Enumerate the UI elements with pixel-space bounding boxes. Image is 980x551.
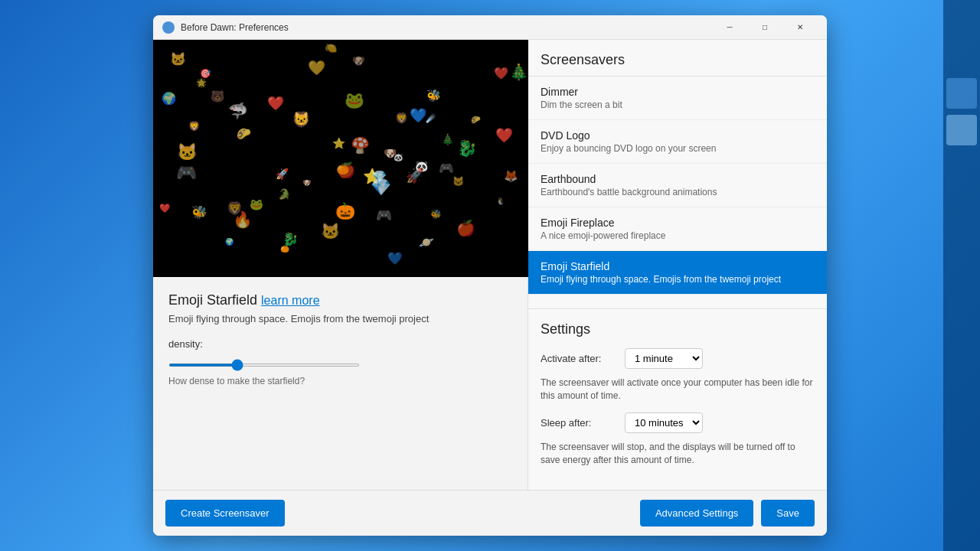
- density-label: density:: [168, 338, 512, 350]
- titlebar: Before Dawn: Preferences ─ □ ✕: [153, 15, 827, 40]
- screensavers-header: Screensavers: [528, 40, 827, 77]
- activate-after-row: Activate after: 1 minute 2 minutes 5 min…: [541, 348, 815, 369]
- screensaver-title-row: Emoji Starfield learn more: [168, 292, 512, 308]
- right-panel: Screensavers Dimmer Dim the screen a bit…: [528, 40, 827, 490]
- ss-desc-dvdlogo: Enjoy a bouncing DVD logo on your screen: [541, 143, 815, 154]
- preferences-window: Before Dawn: Preferences ─ □ ✕ 🔥⭐🎮🐶🐉🐸💛🐼🦁…: [153, 15, 827, 536]
- ss-name-dimmer: Dimmer: [541, 86, 815, 98]
- settings-panel: Settings Activate after: 1 minute 2 minu…: [528, 309, 827, 490]
- density-slider[interactable]: [168, 364, 360, 367]
- screensaver-preview: 🔥⭐🎮🐶🐉🐸💛🐼🦁🐝🌍🐸💙🐝🐶🐱☄️🐱🐊🦊💎❤️🍎🎮❤️❤️🦁🚀🍎🦈🐼🌮🐻🍊🎯🚀…: [153, 40, 528, 277]
- ss-item-emoji-starfield[interactable]: Emoji Starfield Emoji flying through spa…: [528, 251, 827, 295]
- ss-desc-earthbound: Earthbound's battle background animation…: [541, 187, 815, 197]
- sleep-after-select[interactable]: 5 minutes 10 minutes 15 minutes 20 minut…: [625, 412, 703, 433]
- ss-desc-dimmer: Dim the screen a bit: [541, 99, 815, 110]
- advanced-settings-button[interactable]: Advanced Settings: [640, 500, 753, 527]
- ss-name-emoji-fireplace: Emoji Fireplace: [541, 217, 815, 229]
- ss-name-dvdlogo: DVD Logo: [541, 129, 815, 142]
- close-button[interactable]: ✕: [782, 15, 818, 40]
- density-slider-container: [168, 356, 512, 370]
- ss-item-dvdlogo[interactable]: DVD Logo Enjoy a bouncing DVD logo on yo…: [528, 120, 827, 164]
- window-title: Before Dawn: Preferences: [181, 22, 712, 33]
- taskbar-side: [943, 0, 980, 551]
- activate-label: Activate after:: [541, 353, 625, 364]
- minimize-button[interactable]: ─: [712, 15, 747, 40]
- ss-name-earthbound: Earthbound: [541, 173, 815, 185]
- screensaver-info: Emoji Starfield learn more Emoji flying …: [153, 277, 528, 490]
- screensaver-description: Emoji flying through space. Emojis from …: [168, 313, 512, 324]
- taskbar-icon-1: [946, 78, 977, 109]
- sleep-label: Sleep after:: [541, 417, 625, 429]
- activate-hint: The screensaver will activate once your …: [541, 377, 815, 403]
- sleep-hint: The screensaver will stop, and the displ…: [541, 441, 815, 467]
- learn-more-link[interactable]: learn more: [261, 294, 319, 307]
- create-screensaver-button[interactable]: Create Screensaver: [165, 500, 285, 527]
- density-hint: How dense to make the starfield?: [168, 376, 512, 386]
- screensavers-list: Dimmer Dim the screen a bit DVD Logo Enj…: [528, 77, 827, 309]
- taskbar-icon-2: [946, 115, 977, 145]
- starfield-canvas: 🔥⭐🎮🐶🐉🐸💛🐼🦁🐝🌍🐸💙🐝🐶🐱☄️🐱🐊🦊💎❤️🍎🎮❤️❤️🦁🚀🍎🦈🐼🌮🐻🍊🎯🚀…: [153, 40, 528, 277]
- left-panel: 🔥⭐🎮🐶🐉🐸💛🐼🦁🐝🌍🐸💙🐝🐶🐱☄️🐱🐊🦊💎❤️🍎🎮❤️❤️🦁🚀🍎🦈🐼🌮🐻🍊🎯🚀…: [153, 40, 528, 490]
- save-button[interactable]: Save: [761, 500, 815, 527]
- app-icon: [162, 21, 175, 34]
- footer-right: Advanced Settings Save: [640, 500, 815, 527]
- ss-item-emoji-fireplace[interactable]: Emoji Fireplace A nice emoji-powered fir…: [528, 207, 827, 251]
- ss-desc-emoji-starfield: Emoji flying through space. Emojis from …: [541, 274, 815, 285]
- ss-item-dimmer[interactable]: Dimmer Dim the screen a bit: [528, 77, 827, 120]
- main-content: 🔥⭐🎮🐶🐉🐸💛🐼🦁🐝🌍🐸💙🐝🐶🐱☄️🐱🐊🦊💎❤️🍎🎮❤️❤️🦁🚀🍎🦈🐼🌮🐻🍊🎯🚀…: [153, 40, 827, 490]
- sleep-after-row: Sleep after: 5 minutes 10 minutes 15 min…: [541, 412, 815, 433]
- maximize-button[interactable]: □: [747, 15, 782, 40]
- activate-after-select[interactable]: 1 minute 2 minutes 5 minutes 10 minutes …: [625, 348, 703, 369]
- ss-name-emoji-starfield: Emoji Starfield: [541, 260, 815, 272]
- titlebar-buttons: ─ □ ✕: [712, 15, 818, 40]
- settings-header: Settings: [541, 321, 815, 337]
- ss-desc-emoji-fireplace: A nice emoji-powered fireplace: [541, 230, 815, 241]
- footer: Create Screensaver Advanced Settings Sav…: [153, 490, 827, 536]
- ss-item-earthbound[interactable]: Earthbound Earthbound's battle backgroun…: [528, 164, 827, 207]
- screensaver-name: Emoji Starfield: [168, 292, 257, 308]
